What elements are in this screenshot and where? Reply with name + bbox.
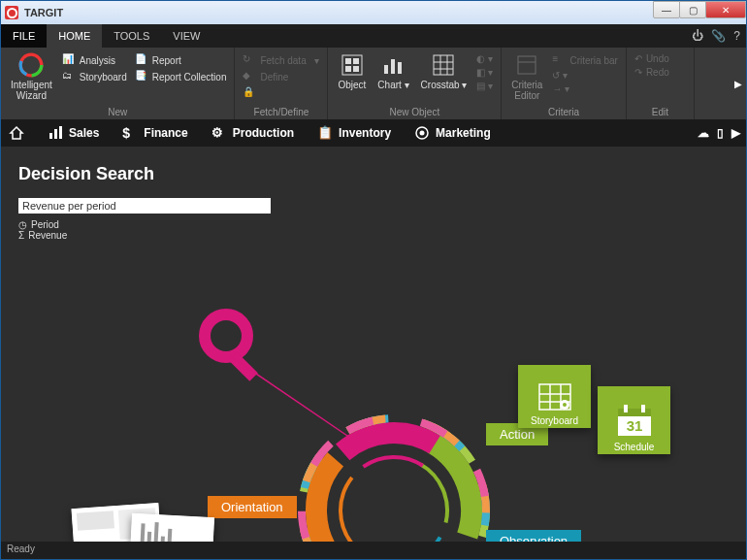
nav-home[interactable]: [9, 125, 24, 141]
storyboard-button[interactable]: 🗂Storyboard: [60, 69, 129, 84]
decision-ring: [292, 409, 496, 542]
storyboard-tile-icon: [537, 382, 572, 412]
search-term-revenue[interactable]: ΣRevenue: [18, 230, 271, 241]
sigma-icon: Σ: [18, 230, 24, 241]
group-new-label: New: [7, 107, 228, 117]
ribbon: Intelligent Wizard 📊Analysis 🗂Storyboard…: [1, 48, 746, 119]
canvas-area: Decision Search ◷Period ΣRevenue: [1, 147, 746, 542]
menu-home[interactable]: HOME: [47, 24, 102, 48]
criteria-next-button: → ▾: [550, 82, 619, 95]
svg-rect-11: [434, 55, 453, 75]
label-orientation[interactable]: Orientation: [208, 496, 297, 518]
svg-rect-51: [77, 511, 114, 531]
crosstab-button[interactable]: Crosstab ▾: [417, 50, 471, 92]
svg-rect-7: [353, 66, 359, 72]
svg-rect-5: [353, 58, 359, 64]
menu-tools[interactable]: TOOLS: [102, 24, 161, 48]
svg-rect-19: [54, 129, 57, 139]
target-icon: [414, 125, 430, 141]
storyboard-icon: 🗂: [62, 70, 76, 83]
clock-icon: ◷: [18, 219, 27, 230]
object-button[interactable]: Object: [334, 50, 370, 92]
cloud-icon[interactable]: ☁: [698, 126, 709, 140]
calendar-icon: 31: [615, 403, 654, 438]
object-misc2: ◧ ▾: [474, 66, 495, 79]
paperclip-icon[interactable]: 📎: [711, 29, 726, 43]
define-button: ◆Define: [241, 69, 320, 84]
tile-storyboard[interactable]: Storyboard: [518, 365, 591, 428]
search-input[interactable]: [18, 198, 271, 214]
menu-bar: FILE HOME TOOLS VIEW ⏻ 📎 ?: [1, 24, 746, 48]
search-term-period[interactable]: ◷Period: [18, 219, 271, 230]
define-icon: ◆: [243, 70, 256, 83]
svg-rect-8: [384, 65, 388, 74]
minimize-button[interactable]: —: [653, 1, 680, 18]
group-edit-label: Edit: [633, 107, 688, 117]
help-icon[interactable]: ?: [733, 29, 740, 43]
svg-rect-10: [398, 62, 402, 74]
chart-button[interactable]: Chart ▾: [374, 50, 412, 92]
object-icon: [340, 52, 365, 78]
svg-rect-6: [345, 66, 351, 72]
tile-schedule[interactable]: 31 Schedule: [598, 386, 670, 454]
report-icon: 📄: [135, 53, 148, 67]
object-misc1: ◐ ▾: [474, 52, 495, 65]
criteria-editor-icon: [514, 52, 539, 78]
criteria-bar-button: ≡Criteria bar: [550, 52, 619, 68]
svg-rect-46: [618, 409, 651, 416]
analysis-icon: 📊: [62, 53, 76, 67]
redo-button: ↷Redo: [633, 66, 671, 79]
close-button[interactable]: ✕: [705, 1, 746, 18]
analysis-button[interactable]: 📊Analysis: [60, 52, 129, 68]
gears-icon: ⚙: [211, 125, 227, 141]
nav-production[interactable]: ⚙Production: [211, 125, 294, 141]
finance-icon: $: [122, 125, 138, 141]
menu-file[interactable]: FILE: [1, 24, 47, 48]
nav-forward-icon[interactable]: ▶: [731, 126, 740, 140]
fetch-data-button: ↻Fetch data▾: [241, 52, 320, 68]
nav-finance[interactable]: $Finance: [122, 125, 187, 141]
refresh-icon: ↻: [243, 53, 256, 67]
criteria-clear-button: ↺ ▾: [550, 69, 619, 82]
nav-sales[interactable]: Sales: [48, 125, 99, 141]
report-collection-icon: 📑: [135, 70, 148, 83]
thumb-report[interactable]: [128, 513, 214, 542]
ribbon-expand-arrow-icon[interactable]: ▶: [734, 79, 742, 89]
window-title: TARGIT: [24, 7, 63, 18]
nav-inventory[interactable]: 📋Inventory: [317, 125, 391, 141]
wizard-icon: [18, 52, 44, 78]
decision-search-panel: Decision Search ◷Period ΣRevenue: [18, 164, 271, 241]
menu-view[interactable]: VIEW: [161, 24, 211, 48]
svg-rect-9: [391, 59, 395, 74]
home-icon: [9, 125, 24, 141]
group-criteria-label: Criteria: [507, 107, 620, 117]
svg-rect-18: [49, 133, 52, 139]
intelligent-wizard-label: Intelligent Wizard: [11, 80, 52, 101]
object-misc3: ▤ ▾: [474, 80, 495, 92]
nav-marketing[interactable]: Marketing: [414, 125, 491, 141]
undo-button: ↶Undo: [633, 52, 671, 65]
status-text: Ready: [7, 544, 35, 554]
crosstab-icon: [431, 52, 456, 78]
svg-text:31: 31: [626, 417, 642, 434]
svg-rect-48: [641, 405, 645, 412]
criteria-editor-button[interactable]: Criteria Editor: [507, 50, 546, 103]
label-observation[interactable]: Observation: [486, 530, 581, 542]
report-collection-button[interactable]: 📑Report Collection: [133, 69, 229, 84]
intelligent-wizard-button[interactable]: Intelligent Wizard: [7, 50, 56, 103]
report-button[interactable]: 📄Report: [133, 52, 229, 68]
svg-point-22: [420, 131, 425, 136]
group-fetchdefine-label: Fetch/Define: [241, 107, 321, 117]
window-titlebar: TARGIT — ▢ ✕: [1, 1, 746, 24]
svg-rect-4: [345, 58, 351, 64]
lock-button: 🔒: [241, 85, 320, 101]
group-newobject-label: New Object: [334, 107, 495, 117]
app-logo-icon: [5, 6, 18, 19]
document-icon[interactable]: ▯: [717, 126, 724, 140]
svg-rect-20: [59, 126, 62, 139]
svg-point-44: [563, 403, 567, 407]
power-icon[interactable]: ⏻: [692, 29, 703, 43]
maximize-button[interactable]: ▢: [679, 1, 706, 18]
sales-icon: [48, 125, 63, 141]
svg-rect-47: [624, 405, 628, 412]
